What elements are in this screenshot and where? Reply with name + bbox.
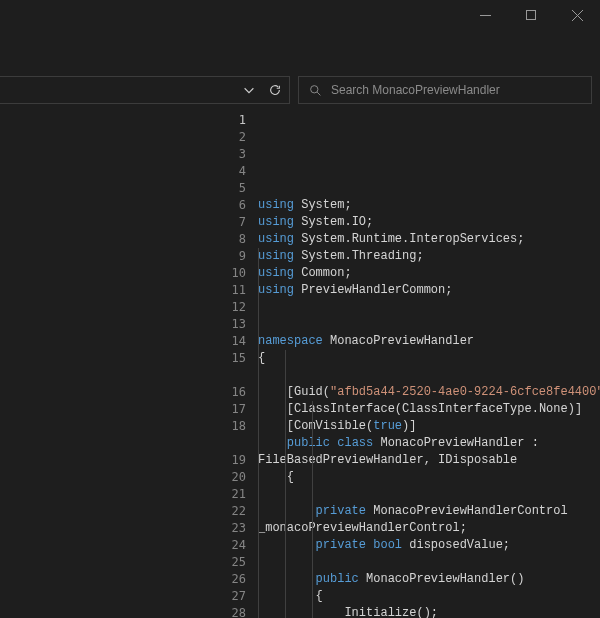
- code-line: [258, 299, 600, 316]
- line-number: 15: [220, 350, 246, 367]
- code-line: private MonacoPreviewHandlerControl: [258, 503, 600, 520]
- code-line: Initialize();: [258, 605, 600, 618]
- line-number: 4: [220, 163, 246, 180]
- line-number: 2: [220, 129, 246, 146]
- minimize-icon: [480, 10, 491, 21]
- code-line: public class MonacoPreviewHandler :: [258, 435, 600, 452]
- code-line: [258, 316, 600, 333]
- line-number: 24: [220, 537, 246, 554]
- code-line: using System.Threading;: [258, 248, 600, 265]
- indent-guide: [312, 401, 313, 618]
- line-number-gutter: 1234567891011121314151617181920212223242…: [220, 108, 254, 618]
- svg-point-1: [310, 85, 317, 92]
- code-line: {: [258, 469, 600, 486]
- line-number: [220, 435, 246, 452]
- line-number: 7: [220, 214, 246, 231]
- code-line: [258, 486, 600, 503]
- code-area[interactable]: using System;using System.IO;using Syste…: [254, 108, 600, 618]
- window-controls: [462, 0, 600, 30]
- chevron-down-icon[interactable]: [241, 82, 257, 98]
- line-number: 28: [220, 605, 246, 618]
- toolbar-left-box[interactable]: [0, 76, 290, 104]
- left-margin: [0, 108, 220, 618]
- code-line: _monacoPreviewHandlerControl;: [258, 520, 600, 537]
- code-line: using System.Runtime.InteropServices;: [258, 231, 600, 248]
- line-number: 22: [220, 503, 246, 520]
- line-number: 3: [220, 146, 246, 163]
- code-line: using System.IO;: [258, 214, 600, 231]
- refresh-icon[interactable]: [267, 82, 283, 98]
- line-number: 19: [220, 452, 246, 469]
- code-line: using System;: [258, 197, 600, 214]
- line-number: 9: [220, 248, 246, 265]
- code-line: [Guid("afbd5a44-2520-4ae0-9224-6cfce8fe4…: [258, 384, 600, 401]
- toolbar: [0, 72, 600, 108]
- line-number: 18: [220, 418, 246, 435]
- code-line: private bool disposedValue;: [258, 537, 600, 554]
- line-number: 25: [220, 554, 246, 571]
- header-gap: [0, 30, 600, 72]
- line-number: 8: [220, 231, 246, 248]
- titlebar: [0, 0, 600, 30]
- code-line: namespace MonacoPreviewHandler: [258, 333, 600, 350]
- line-number: 13: [220, 316, 246, 333]
- maximize-button[interactable]: [508, 0, 554, 30]
- search-icon: [307, 82, 323, 98]
- line-number: 5: [220, 180, 246, 197]
- code-line: [ClassInterface(ClassInterfaceType.None)…: [258, 401, 600, 418]
- line-number: [220, 367, 246, 384]
- line-number: 12: [220, 299, 246, 316]
- minimize-button[interactable]: [462, 0, 508, 30]
- line-number: 16: [220, 384, 246, 401]
- line-number: 27: [220, 588, 246, 605]
- svg-rect-0: [526, 10, 535, 19]
- code-line: {: [258, 588, 600, 605]
- line-number: 11: [220, 282, 246, 299]
- line-number: 21: [220, 486, 246, 503]
- indent-guide: [285, 350, 286, 618]
- indent-guide: [258, 248, 259, 618]
- code-line: public MonacoPreviewHandler(): [258, 571, 600, 588]
- search-box[interactable]: [298, 76, 592, 104]
- maximize-icon: [526, 10, 537, 21]
- code-line: [ComVisible(true)]: [258, 418, 600, 435]
- line-number: 23: [220, 520, 246, 537]
- line-number: 6: [220, 197, 246, 214]
- line-number: 1: [220, 112, 246, 129]
- code-line: [258, 554, 600, 571]
- code-line: using PreviewHandlerCommon;: [258, 282, 600, 299]
- line-number: 14: [220, 333, 246, 350]
- close-icon: [572, 10, 583, 21]
- code-line: [258, 367, 600, 384]
- line-number: 17: [220, 401, 246, 418]
- line-number: 10: [220, 265, 246, 282]
- close-button[interactable]: [554, 0, 600, 30]
- code-line: FileBasedPreviewHandler, IDisposable: [258, 452, 600, 469]
- line-number: 20: [220, 469, 246, 486]
- code-line: {: [258, 350, 600, 367]
- line-number: 26: [220, 571, 246, 588]
- search-input[interactable]: [331, 83, 583, 97]
- code-line: using Common;: [258, 265, 600, 282]
- editor[interactable]: 1234567891011121314151617181920212223242…: [0, 108, 600, 618]
